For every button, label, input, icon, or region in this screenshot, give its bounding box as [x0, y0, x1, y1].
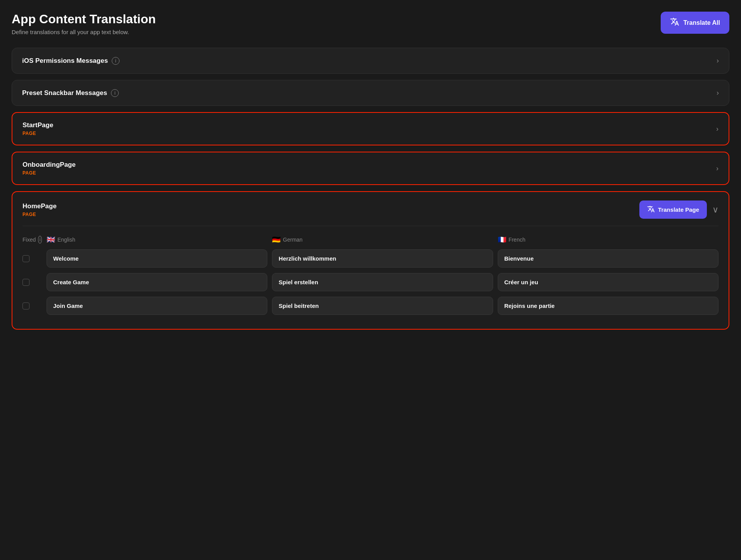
table-row — [23, 249, 718, 268]
fixed-info-icon[interactable]: i — [38, 236, 42, 244]
homepage-divider — [23, 226, 718, 226]
preset-snackbar-info-icon[interactable]: i — [111, 89, 119, 97]
table-row — [23, 297, 718, 315]
translate-all-button[interactable]: Translate All — [661, 12, 729, 34]
preset-snackbar-chevron-icon: › — [717, 89, 719, 97]
homepage-header-actions: Translate Page ∨ — [639, 200, 718, 219]
onboarding-info: OnboardingPage PAGE — [23, 161, 76, 176]
startpage-title: StartPage — [23, 121, 53, 129]
translate-page-label: Translate Page — [658, 206, 699, 213]
french-col-header: 🇫🇷 French — [498, 235, 718, 244]
startpage-type-label: PAGE — [23, 131, 53, 136]
homepage-title: HomePage — [23, 202, 57, 210]
page-subtitle: Define translations for all your app tex… — [12, 29, 156, 35]
translate-all-icon — [670, 17, 679, 28]
row2-checkbox-cell — [23, 279, 42, 286]
table-column-headers: Fixed i 🇬🇧 English 🇩🇪 German 🇫🇷 French — [23, 235, 718, 244]
row3-checkbox[interactable] — [23, 302, 29, 309]
ios-permissions-title: iOS Permissions Messages i — [22, 57, 119, 65]
english-col-header: 🇬🇧 English — [47, 235, 267, 244]
onboarding-section[interactable]: OnboardingPage PAGE › — [12, 152, 729, 185]
row2-french-input[interactable] — [498, 273, 718, 291]
preset-snackbar-title: Preset Snackbar Messages i — [22, 89, 119, 97]
translate-page-button[interactable]: Translate Page — [639, 200, 707, 219]
german-flag: 🇩🇪 — [272, 235, 280, 244]
row1-checkbox-cell — [23, 255, 42, 262]
startpage-chevron-icon: › — [716, 125, 718, 133]
homepage-section: HomePage PAGE Translate Page ∨ Fixed i — [12, 191, 729, 330]
row1-english-input[interactable] — [47, 249, 267, 268]
startpage-info: StartPage PAGE — [23, 121, 53, 136]
startpage-section[interactable]: StartPage PAGE › — [12, 112, 729, 145]
onboarding-title: OnboardingPage — [23, 161, 76, 169]
row2-english-input[interactable] — [47, 273, 267, 291]
english-flag: 🇬🇧 — [47, 235, 55, 244]
ios-permissions-info-icon[interactable]: i — [112, 57, 119, 65]
row2-german-input[interactable] — [272, 273, 493, 291]
ios-permissions-section[interactable]: iOS Permissions Messages i › — [12, 48, 729, 74]
preset-snackbar-section[interactable]: Preset Snackbar Messages i › — [12, 80, 729, 106]
translation-table: Fixed i 🇬🇧 English 🇩🇪 German 🇫🇷 French — [12, 232, 729, 329]
row3-german-input[interactable] — [272, 297, 493, 315]
row2-checkbox[interactable] — [23, 279, 29, 286]
homepage-info: HomePage PAGE — [23, 202, 57, 217]
french-flag: 🇫🇷 — [498, 235, 506, 244]
onboarding-type-label: PAGE — [23, 170, 76, 176]
row3-french-input[interactable] — [498, 297, 718, 315]
page-header: App Content Translation Define translati… — [12, 12, 729, 35]
german-col-header: 🇩🇪 German — [272, 235, 493, 244]
translate-page-icon — [647, 205, 655, 214]
row1-german-input[interactable] — [272, 249, 493, 268]
row1-french-input[interactable] — [498, 249, 718, 268]
fixed-col-header: Fixed i — [23, 236, 42, 244]
homepage-type-label: PAGE — [23, 212, 57, 217]
header-text: App Content Translation Define translati… — [12, 12, 156, 35]
row1-checkbox[interactable] — [23, 255, 29, 262]
page-title: App Content Translation — [12, 12, 156, 26]
translate-all-label: Translate All — [683, 19, 720, 26]
table-row — [23, 273, 718, 291]
ios-permissions-chevron-icon: › — [717, 57, 719, 65]
homepage-chevron-down-icon[interactable]: ∨ — [712, 205, 718, 215]
row3-english-input[interactable] — [47, 297, 267, 315]
onboarding-chevron-icon: › — [716, 164, 718, 173]
row3-checkbox-cell — [23, 302, 42, 309]
homepage-header: HomePage PAGE Translate Page ∨ — [12, 192, 729, 226]
